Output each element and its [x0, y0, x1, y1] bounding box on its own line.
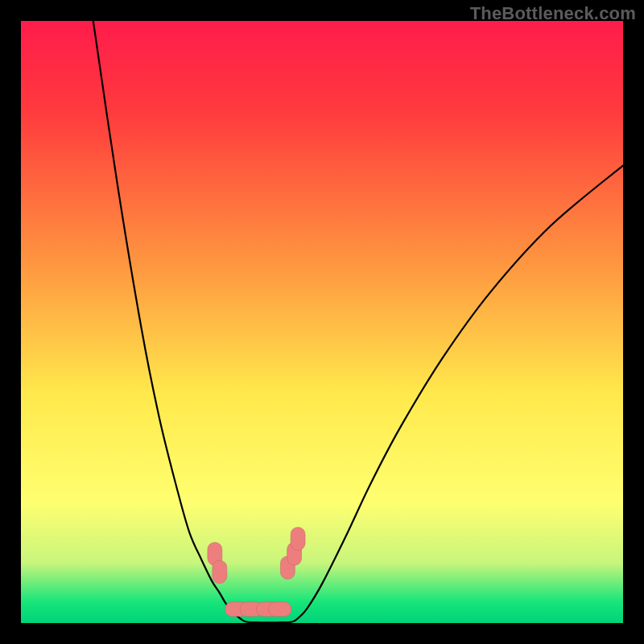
chart-svg	[21, 21, 623, 623]
gradient-background	[21, 21, 623, 623]
chart-frame	[21, 21, 623, 623]
data-marker	[213, 560, 227, 583]
data-marker	[291, 527, 305, 550]
data-marker	[268, 602, 291, 617]
